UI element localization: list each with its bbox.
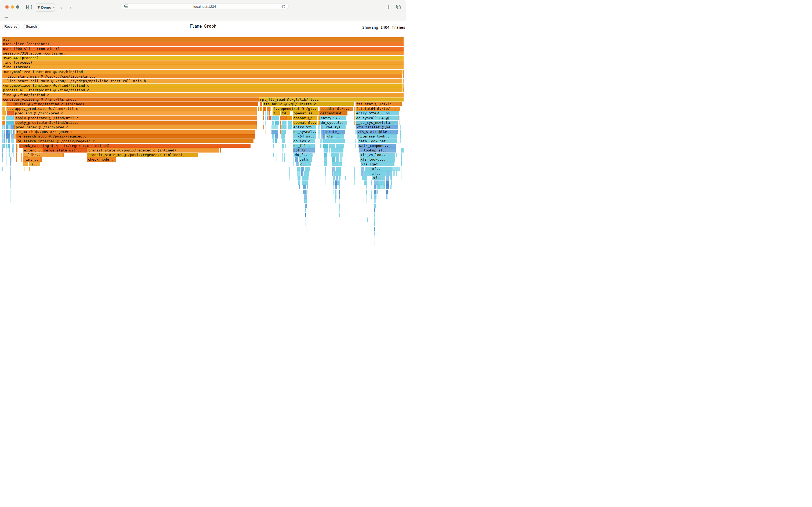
flame-frame[interactable]: do_syscall_64 @[..	[355, 116, 399, 120]
flame-frame[interactable]	[8, 144, 10, 148]
flame-frame[interactable]	[364, 180, 367, 185]
flame-frame[interactable]	[401, 176, 401, 180]
flame-frame[interactable]	[374, 199, 376, 203]
flame-frame[interactable]	[306, 227, 306, 231]
flame-frame[interactable]: __do_sys_newfsta..	[355, 121, 398, 125]
flame-frame[interactable]	[305, 218, 306, 222]
flame-frame[interactable]: process_all_startpoints @./find/ftsfind.…	[2, 88, 403, 92]
flame-frame[interactable]	[2, 111, 6, 115]
flame-frame[interactable]: find @./find/ftsfind.c	[2, 93, 404, 97]
flame-frame[interactable]: vfs_fstatat @[ke..	[356, 125, 398, 129]
flame-frame[interactable]	[8, 162, 8, 167]
flame-frame[interactable]	[354, 171, 355, 176]
flame-frame[interactable]	[287, 121, 287, 125]
flame-frame[interactable]: do_syscal..	[293, 130, 316, 134]
flame-frame[interactable]	[401, 148, 404, 153]
flame-frame[interactable]	[282, 121, 287, 125]
flame-frame[interactable]	[267, 111, 268, 115]
flame-frame[interactable]	[371, 208, 372, 213]
flame-frame[interactable]	[403, 83, 404, 88]
flame-frame[interactable]	[284, 148, 284, 153]
flame-frame[interactable]	[10, 171, 11, 176]
flame-frame[interactable]	[401, 162, 402, 167]
flame-frame[interactable]: xfs_..	[326, 134, 344, 138]
flame-frame[interactable]	[332, 162, 339, 167]
flame-frame[interactable]	[8, 148, 8, 153]
flame-frame[interactable]	[289, 167, 290, 171]
flame-frame[interactable]	[384, 185, 385, 189]
flame-frame[interactable]	[355, 185, 355, 189]
flame-frame[interactable]	[17, 139, 18, 144]
flame-frame[interactable]: re_search_stub @./posix/regexec.c	[16, 134, 255, 138]
flame-frame[interactable]	[335, 199, 336, 203]
flame-frame[interactable]	[15, 139, 15, 144]
flame-frame[interactable]	[6, 125, 8, 129]
flame-frame[interactable]	[333, 190, 334, 194]
flame-frame[interactable]	[319, 144, 319, 148]
flame-frame[interactable]	[8, 157, 8, 162]
flame-frame[interactable]	[336, 176, 338, 180]
flame-frame[interactable]	[339, 190, 340, 194]
flame-frame[interactable]	[6, 153, 6, 157]
flame-frame[interactable]	[306, 190, 307, 194]
flame-frame[interactable]	[374, 208, 375, 213]
flame-frame[interactable]: xf..	[372, 176, 385, 180]
flame-frame[interactable]	[336, 227, 336, 231]
flame-frame[interactable]	[301, 171, 303, 176]
flame-frame[interactable]: filename_look..	[357, 134, 397, 138]
flame-frame[interactable]	[335, 180, 338, 185]
flame-frame[interactable]	[336, 213, 336, 217]
flame-frame[interactable]	[8, 125, 10, 129]
flame-frame[interactable]	[339, 185, 340, 189]
flame-frame[interactable]	[10, 162, 11, 167]
flame-frame[interactable]	[365, 167, 371, 171]
flame-frame[interactable]	[15, 144, 15, 148]
flame-frame[interactable]	[2, 102, 6, 106]
flame-frame[interactable]	[3, 134, 4, 138]
flame-frame[interactable]	[11, 139, 14, 144]
flame-frame[interactable]	[266, 130, 266, 134]
flame-frame[interactable]	[17, 144, 17, 148]
flame-frame[interactable]: openat_sa..	[293, 111, 317, 115]
flame-frame[interactable]	[10, 125, 14, 129]
flame-frame[interactable]: xfs_lookup..	[360, 157, 395, 162]
flame-frame[interactable]	[354, 121, 355, 125]
flame-frame[interactable]: __x64_sys..	[321, 125, 346, 129]
flame-frame[interactable]	[12, 144, 14, 148]
flame-frame[interactable]	[332, 157, 335, 162]
flame-frame[interactable]	[336, 204, 336, 208]
flame-frame[interactable]: entry_SYS..	[293, 125, 316, 129]
flame-frame[interactable]	[403, 79, 404, 83]
flame-frame[interactable]: f..	[273, 111, 280, 115]
flame-frame[interactable]	[355, 125, 356, 129]
flame-frame[interactable]	[6, 111, 6, 115]
flame-frame[interactable]	[304, 199, 307, 203]
flame-frame[interactable]	[400, 121, 400, 125]
flame-frame[interactable]	[339, 194, 340, 199]
flame-frame[interactable]	[374, 213, 375, 217]
flame-frame[interactable]	[400, 116, 400, 120]
flame-frame[interactable]: xf..	[371, 167, 393, 171]
flame-frame[interactable]	[2, 125, 3, 129]
flame-frame[interactable]	[339, 208, 340, 213]
flame-frame[interactable]	[374, 222, 375, 226]
flame-frame[interactable]: rpl_fts_read @./gl/lib/fts.c	[259, 98, 404, 102]
flame-frame[interactable]	[324, 157, 327, 162]
flame-frame[interactable]	[304, 194, 307, 199]
flame-frame[interactable]	[339, 204, 340, 208]
flame-frame[interactable]	[339, 213, 340, 217]
flame-frame[interactable]: transit_state_mb @./posix/regexec.c (inl…	[87, 153, 198, 157]
flame-frame[interactable]	[318, 125, 319, 129]
flame-frame[interactable]	[282, 139, 285, 144]
flame-frame[interactable]	[289, 171, 290, 176]
flame-frame[interactable]	[399, 125, 399, 129]
flame-frame[interactable]	[6, 107, 6, 111]
flame-frame[interactable]: _i..	[29, 162, 40, 167]
flame-frame[interactable]	[271, 111, 271, 115]
flame-frame[interactable]	[400, 130, 401, 134]
flame-frame[interactable]	[282, 144, 284, 148]
flame-frame[interactable]	[220, 148, 221, 153]
flame-frame[interactable]	[15, 157, 15, 162]
flame-frame[interactable]	[279, 125, 279, 129]
flame-frame[interactable]	[397, 144, 397, 148]
